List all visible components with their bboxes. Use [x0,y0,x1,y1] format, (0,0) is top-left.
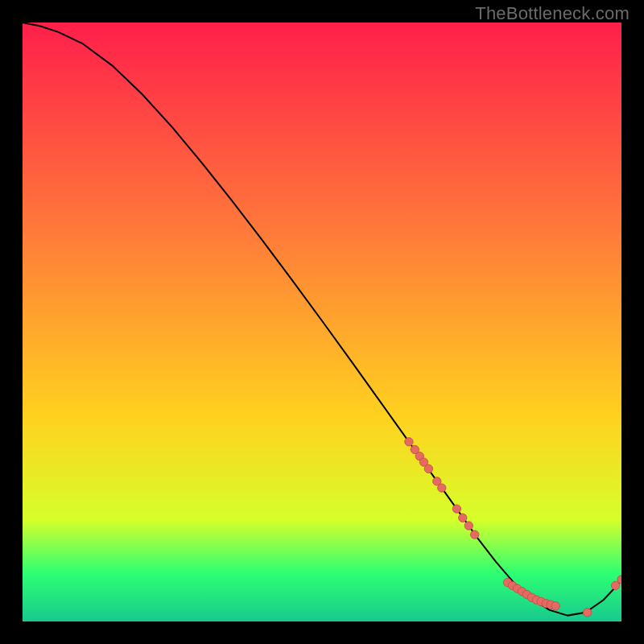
data-point [471,530,479,539]
data-point [424,464,432,473]
data-point [583,609,591,617]
chart-svg [23,23,621,621]
watermark-label: TheBottleneck.com [475,3,630,24]
chart-frame: TheBottleneck.com [0,0,644,644]
data-point [459,514,467,522]
data-point [438,484,446,492]
data-point [464,522,473,530]
bottleneck-chart [23,23,621,621]
data-point [405,438,413,446]
data-point [452,505,460,513]
data-point [551,602,559,610]
